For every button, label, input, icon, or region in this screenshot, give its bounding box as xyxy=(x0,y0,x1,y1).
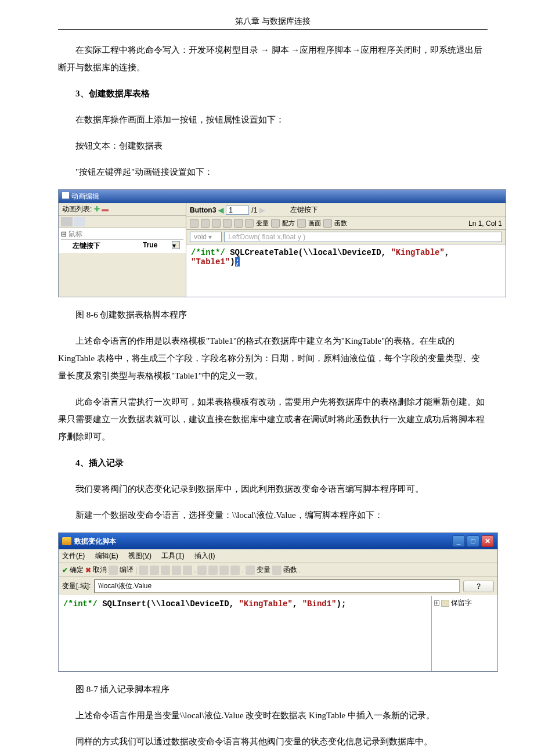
window-title-bar: 数据变化脚本 _ □ ✕ xyxy=(59,533,497,549)
paste-icon[interactable] xyxy=(183,566,192,575)
code-string: "KingTable" xyxy=(391,248,444,257)
screen-label[interactable]: 画面 xyxy=(308,219,321,228)
close-button[interactable]: ✕ xyxy=(481,535,494,547)
code-string: "KingTable" xyxy=(239,599,292,609)
indent-icon[interactable] xyxy=(197,566,207,575)
variable-label: 变量[.域]: xyxy=(62,581,91,591)
copy-icon[interactable] xyxy=(223,219,232,228)
function-label[interactable]: 函数 xyxy=(334,219,347,228)
code-comment: /*int*/ xyxy=(191,248,225,257)
folder-icon xyxy=(441,600,449,607)
copy-icon[interactable] xyxy=(172,566,181,575)
minimize-button[interactable]: _ xyxy=(452,535,465,547)
reserved-words-label[interactable]: 保留字 xyxy=(451,599,472,607)
page-header: 第八章 与数据库连接 xyxy=(58,16,488,27)
page-total: /1 xyxy=(251,206,257,214)
paragraph: 上述命令语言作用是当变量\\local\液位.Value 改变时在数据表 Kin… xyxy=(58,707,488,724)
undo-icon[interactable] xyxy=(139,566,148,575)
button-name: Button3 xyxy=(190,206,216,214)
cursor-position: Ln 1, Col 1 xyxy=(468,219,502,228)
left-panel: 动画列表: ✛ ▬ ⊟ 鼠标 左键按下 True ▾ xyxy=(59,203,186,297)
prototype-input[interactable]: LeftDown( float x,float y ) xyxy=(224,232,502,242)
event-label: 左键按下 xyxy=(290,205,318,215)
outdent-icon[interactable] xyxy=(208,566,218,575)
tree-group-label: 鼠标 xyxy=(68,230,82,238)
sort-az-icon[interactable] xyxy=(74,217,85,226)
heading-4: 4、插入记录 xyxy=(58,454,488,471)
code-text: SQLInsert(\\local\DeviceID, xyxy=(98,599,239,609)
menu-edit[interactable]: 编辑(E) xyxy=(95,552,118,560)
compile-icon[interactable] xyxy=(109,566,118,575)
screen-icon[interactable] xyxy=(297,219,306,228)
table-row[interactable]: 左键按下 True ▾ xyxy=(61,240,183,252)
code-editor[interactable]: /*int*/ SQLInsert(\\local\DeviceID, "Kin… xyxy=(59,596,431,671)
recipe-label[interactable]: 配方 xyxy=(282,219,295,228)
tree-expand-icon[interactable]: + xyxy=(434,600,439,606)
undo-icon[interactable] xyxy=(190,219,199,228)
page-input[interactable]: 1 xyxy=(226,206,249,215)
app-icon xyxy=(62,192,69,199)
menu-bar: 文件(F) 编辑(E) 视图(V) 工具(T) 插入(I) xyxy=(59,549,497,563)
function-icon[interactable] xyxy=(323,219,332,228)
code-comment: /*int*/ xyxy=(63,599,98,609)
animation-editor-screenshot: 动画编辑 动画列表: ✛ ▬ ⊟ 鼠标 左键按下 True ▾ xyxy=(58,189,506,297)
app-icon xyxy=(62,537,71,545)
prev-icon[interactable]: ◀ xyxy=(218,206,223,214)
next-icon[interactable]: ▶ xyxy=(259,206,265,214)
dropdown-icon[interactable]: ▾ xyxy=(172,241,180,249)
maximize-button[interactable]: □ xyxy=(467,535,479,547)
variable-icon[interactable] xyxy=(246,566,255,575)
property-tree: ⊟ 鼠标 左键按下 True ▾ xyxy=(59,228,186,253)
variable-icon[interactable] xyxy=(245,219,254,228)
figure-caption: 图 8-6 创建数据表格脚本程序 xyxy=(58,306,488,323)
paragraph: 在数据库操作画面上添加一按钮，按钮属性设置如下： xyxy=(58,111,488,128)
paste-icon[interactable] xyxy=(234,219,243,228)
animation-list-label: 动画列表: xyxy=(62,205,92,213)
variable-label[interactable]: 变量 xyxy=(256,219,269,228)
ok-button[interactable]: 确定 xyxy=(70,565,84,575)
comment-icon[interactable] xyxy=(219,566,229,575)
add-icon[interactable]: ✛ xyxy=(94,205,100,213)
variable-button[interactable]: 变量 xyxy=(257,565,270,575)
code-string: "Table1" xyxy=(191,257,230,267)
paragraph: 上述命令语言的作用是以表格模板"Table1"的格式在数据库中建立名为"King… xyxy=(58,332,488,384)
cancel-button[interactable]: 取消 xyxy=(93,565,107,575)
header-divider xyxy=(58,29,488,30)
return-type-select[interactable]: void ▾ xyxy=(190,232,222,242)
tree-group-mouse[interactable]: ⊟ 鼠标 xyxy=(61,229,183,240)
figure-caption: 图 8-7 插入记录脚本程序 xyxy=(58,681,488,698)
paragraph: 新建一个数据改变命令语言，选择变量：\\local\液位.Value，编写脚本程… xyxy=(58,506,488,524)
data-change-script-screenshot: 数据变化脚本 _ □ ✕ 文件(F) 编辑(E) 视图(V) 工具(T) 插入(… xyxy=(58,532,498,672)
redo-icon[interactable] xyxy=(201,219,210,228)
help-button[interactable]: ? xyxy=(463,581,494,592)
cut-icon[interactable] xyxy=(212,219,221,228)
animation-list-header: 动画列表: ✛ ▬ xyxy=(59,203,186,216)
code-editor[interactable]: /*int*/ SQLCreateTable(\\local\DeviceID,… xyxy=(186,244,506,297)
paragraph: 此命令语言只需执行一次即可，如果表格模板有改动，需要用户先将数据库中的表格删除才… xyxy=(58,393,488,445)
uncomment-icon[interactable] xyxy=(230,566,240,575)
menu-file[interactable]: 文件(F) xyxy=(62,552,85,560)
redo-icon[interactable] xyxy=(150,566,159,575)
variable-input[interactable]: \\local\液位.Value xyxy=(94,579,460,593)
compile-button[interactable]: 编译 xyxy=(120,565,134,575)
code-cursor: ; xyxy=(235,257,240,267)
function-icon[interactable] xyxy=(272,566,282,575)
code-text: ) xyxy=(230,257,234,267)
function-button[interactable]: 函数 xyxy=(283,565,297,575)
toolbar: ✔确定 ✖取消 编译 | . . 变量 函数 . xyxy=(59,563,497,577)
code-text: SQLCreateTable(\\local\DeviceID, xyxy=(225,248,391,257)
menu-tool[interactable]: 工具(T) xyxy=(161,552,184,560)
button-nav-bar: Button3 ◀ 1 /1 ▶ 左键按下 xyxy=(186,203,506,217)
recipe-icon[interactable] xyxy=(271,219,280,228)
cut-icon[interactable] xyxy=(161,566,170,575)
menu-insert[interactable]: 插入(I) xyxy=(194,552,215,560)
code-text: , xyxy=(445,248,449,257)
categorize-icon[interactable] xyxy=(61,217,73,226)
check-icon: ✔ xyxy=(62,566,68,574)
paragraph: 同样的方式我们可以通过数据改变命令语言将其他阀门变量的状态变化信息记录到数据库中… xyxy=(58,733,488,750)
right-panel: Button3 ◀ 1 /1 ▶ 左键按下 变量 配方 画面 函数 xyxy=(186,203,506,297)
window-controls: _ □ ✕ xyxy=(452,535,494,547)
menu-view[interactable]: 视图(V) xyxy=(128,552,151,560)
remove-icon[interactable]: ▬ xyxy=(102,205,109,213)
code-text: , xyxy=(293,599,302,609)
